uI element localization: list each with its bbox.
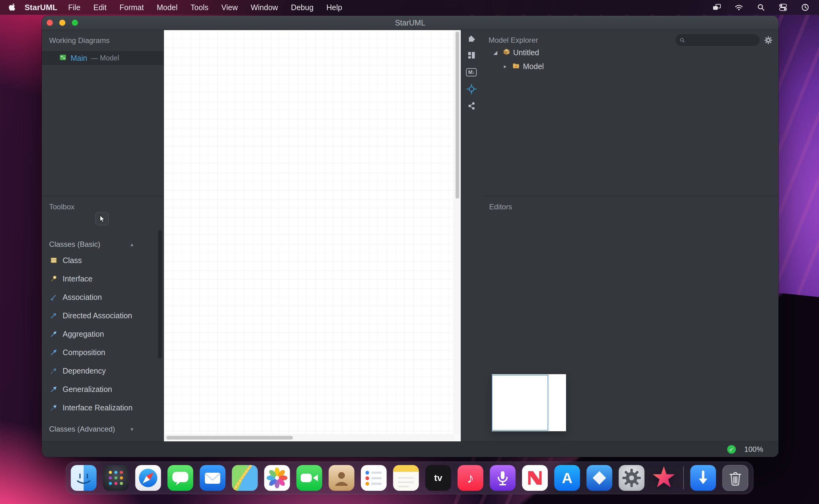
diagram-name: Main — [71, 54, 87, 63]
dock-safari-icon[interactable] — [135, 465, 161, 491]
toolbox-tool-interface-realization[interactable]: Interface Realization — [42, 398, 164, 417]
canvas-horizontal-scrollbar[interactable] — [164, 434, 454, 441]
menu-model[interactable]: Model — [150, 3, 184, 12]
tree-label: Untitled — [513, 48, 539, 57]
apple-menu-icon[interactable] — [9, 3, 16, 12]
toolbox-title: Toolbox — [42, 196, 164, 211]
toolbox-scrollbar[interactable] — [158, 230, 162, 359]
move-crosshair-icon[interactable] — [465, 83, 478, 95]
zoom-button[interactable] — [72, 20, 78, 26]
menu-debug[interactable]: Debug — [285, 3, 320, 12]
dock-contacts-icon[interactable] — [329, 465, 355, 491]
dock-blue-diamond-app-icon[interactable] — [587, 465, 612, 491]
menu-format[interactable]: Format — [113, 3, 150, 12]
markdown-icon[interactable]: M↓ — [465, 66, 478, 79]
class-icon — [50, 256, 58, 264]
association-icon — [50, 293, 58, 301]
menu-view[interactable]: View — [215, 3, 244, 12]
toolbox-tool-composition[interactable]: Composition — [42, 343, 164, 362]
share-icon[interactable] — [465, 99, 478, 112]
menu-tools[interactable]: Tools — [184, 3, 215, 12]
collapse-down-icon[interactable]: ▼ — [130, 427, 134, 432]
toolbox-tool-interface[interactable]: Interface — [42, 269, 164, 288]
toolbox-tool-directed-association[interactable]: Directed Association — [42, 306, 164, 325]
model-explorer-search[interactable] — [676, 34, 759, 46]
tree-label: Model — [523, 62, 544, 71]
toolbox-tool-aggregation[interactable]: Aggregation — [42, 325, 164, 343]
dock-system-settings-icon[interactable] — [619, 465, 645, 491]
menu-edit[interactable]: Edit — [87, 3, 113, 12]
dock-appstore-icon[interactable]: A — [554, 465, 580, 491]
toolbox-tool-generalization[interactable]: Generalization — [42, 380, 164, 398]
section-label: Classes (Basic) — [49, 240, 100, 249]
model-explorer-title: Model Explorer — [489, 36, 538, 45]
toolbox-section-classes-basic[interactable]: Classes (Basic) ▲ — [42, 238, 164, 251]
displays-icon[interactable] — [712, 2, 722, 13]
dock-music-icon[interactable]: ♪ — [458, 465, 483, 491]
music-note-glyph: ♪ — [467, 470, 474, 486]
working-diagrams-title: Working Diagrams — [42, 30, 164, 45]
dock-downloads-icon[interactable] — [690, 465, 716, 491]
toolbox-tool-class[interactable]: Class — [42, 251, 164, 269]
dock-staruml-icon[interactable] — [651, 465, 677, 491]
dock-notes-icon[interactable] — [393, 465, 419, 491]
zoom-level[interactable]: 100% — [744, 445, 763, 454]
diagram-canvas[interactable] — [164, 30, 454, 434]
horizontal-scroll-thumb[interactable] — [166, 436, 293, 440]
clock-icon[interactable] — [800, 2, 810, 13]
menu-help[interactable]: Help — [320, 3, 348, 12]
dock-separator — [683, 466, 684, 490]
collapse-up-icon[interactable]: ▲ — [130, 242, 134, 247]
dock-news-icon[interactable] — [522, 465, 548, 491]
markdown-glyph: M↓ — [466, 68, 477, 76]
menu-file[interactable]: File — [62, 3, 87, 12]
dock-photos-icon[interactable] — [264, 465, 290, 491]
extensions-puzzle-icon[interactable] — [465, 32, 478, 45]
minimize-button[interactable] — [59, 20, 65, 26]
dock-podcasts-icon[interactable] — [490, 465, 516, 491]
dock-facetime-icon[interactable] — [297, 465, 322, 491]
dock-mail-icon[interactable] — [200, 465, 226, 491]
tree-row-untitled[interactable]: ◢ Untitled — [482, 46, 779, 60]
vertical-scroll-thumb[interactable] — [456, 32, 459, 199]
directed-association-icon — [50, 312, 58, 320]
dock-appletv-icon[interactable]: tv — [425, 465, 451, 491]
tree-expanded-icon[interactable]: ◢ — [492, 49, 499, 56]
toolbox-section-packages[interactable]: Packages ▼ — [42, 438, 164, 441]
tool-label: Aggregation — [63, 330, 104, 339]
dock-reminders-icon[interactable] — [361, 465, 387, 491]
search-input[interactable] — [688, 36, 755, 45]
model-explorer-panel: Model Explorer ◢ Untitled — [482, 30, 779, 196]
toolbox-section-classes-advanced[interactable]: Classes (Advanced) ▼ — [42, 422, 164, 436]
toolbox-tool-dependency[interactable]: Dependency — [42, 362, 164, 380]
tool-label: Interface Realization — [63, 403, 133, 412]
composition-icon — [50, 348, 58, 356]
dock-messages-icon[interactable] — [168, 465, 193, 491]
minimap-panel[interactable] — [492, 374, 566, 431]
editors-title: Editors — [482, 196, 779, 211]
wifi-icon[interactable] — [734, 2, 744, 13]
toolbox-tool-association[interactable]: Association — [42, 288, 164, 306]
working-diagram-row-main[interactable]: Main — Model — [42, 51, 164, 65]
canvas-vertical-scrollbar[interactable] — [454, 30, 461, 434]
close-button[interactable] — [47, 20, 53, 26]
dock-finder-icon[interactable] — [71, 465, 97, 491]
generalization-icon — [50, 385, 58, 393]
menu-app-name[interactable]: StarUML — [25, 3, 57, 12]
dock-launchpad-icon[interactable] — [103, 465, 129, 491]
section-label: Classes (Advanced) — [49, 425, 115, 433]
control-center-icon[interactable] — [778, 2, 788, 13]
tree-row-model[interactable]: ▸ Model — [482, 60, 779, 73]
minimap-viewport[interactable] — [492, 375, 548, 431]
menu-window[interactable]: Window — [244, 3, 285, 12]
tree-collapsed-icon[interactable]: ▸ — [502, 63, 509, 70]
gear-icon[interactable] — [764, 36, 773, 45]
layout-grid-icon[interactable] — [465, 49, 478, 62]
tool-label: Dependency — [63, 366, 106, 375]
dock-trash-icon[interactable] — [723, 465, 748, 491]
left-sidebar: Working Diagrams Main — Model Toolbox Cl… — [42, 30, 164, 441]
dock-maps-icon[interactable] — [232, 465, 258, 491]
search-icon[interactable] — [756, 2, 766, 13]
tool-label: Class — [63, 256, 82, 265]
window-titlebar[interactable]: StarUML — [42, 16, 778, 30]
